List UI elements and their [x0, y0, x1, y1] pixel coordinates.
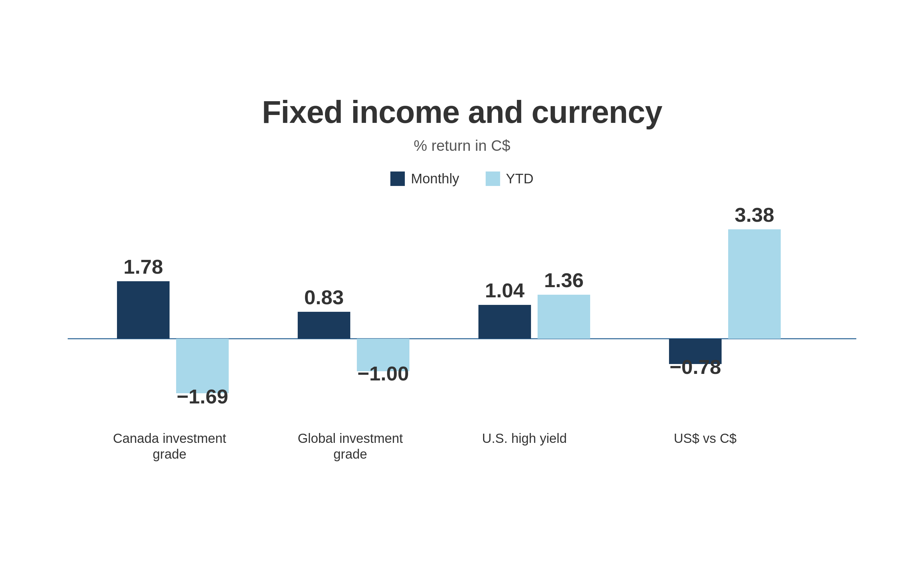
chart-subtitle: % return in C$	[68, 137, 856, 154]
label-canada-monthly: 1.78	[123, 255, 163, 278]
group-label-canada-1: Canada investment	[113, 431, 227, 446]
bar-chart: 1.78 −1.69 Canada investment grade 0.83 …	[68, 213, 856, 476]
bar-global-monthly	[298, 312, 350, 339]
chart-legend: Monthly YTD	[68, 171, 856, 187]
legend-monthly: Monthly	[390, 171, 459, 187]
label-usdcad-ytd: 3.38	[735, 204, 774, 226]
bar-canada-monthly	[117, 281, 170, 339]
label-global-ytd: −1.00	[358, 362, 409, 385]
legend-monthly-label: Monthly	[411, 171, 459, 187]
group-usd-vs-cad: −0.78 3.38 US$ vs C$	[669, 204, 781, 446]
label-global-monthly: 0.83	[304, 286, 344, 309]
legend-ytd-swatch	[486, 171, 500, 186]
group-label-ushighyield: U.S. high yield	[482, 431, 567, 446]
label-usdcad-monthly: −0.78	[669, 355, 721, 378]
label-ushighyield-monthly: 1.04	[485, 279, 525, 302]
group-label-global-2: grade	[333, 447, 367, 461]
chart-container: Fixed income and currency % return in C$…	[35, 74, 889, 497]
legend-monthly-swatch	[390, 171, 405, 186]
label-ushighyield-ytd: 1.36	[544, 269, 584, 292]
group-label-canada-2: grade	[153, 447, 186, 461]
chart-svg-wrapper: 1.78 −1.69 Canada investment grade 0.83 …	[68, 213, 856, 477]
group-canada-investment-grade: 1.78 −1.69 Canada investment grade	[113, 255, 229, 461]
group-label-usdcad: US$ vs C$	[674, 431, 736, 446]
group-label-global-1: Global investment	[298, 431, 403, 446]
bar-ushighyield-ytd	[538, 295, 590, 339]
bar-ushighyield-monthly	[478, 305, 531, 339]
legend-ytd-label: YTD	[506, 171, 534, 187]
chart-title: Fixed income and currency	[68, 94, 856, 130]
bar-usdcad-ytd	[728, 229, 781, 339]
group-global-investment-grade: 0.83 −1.00 Global investment grade	[298, 286, 409, 461]
legend-ytd: YTD	[486, 171, 534, 187]
group-us-high-yield: 1.04 1.36 U.S. high yield	[478, 269, 590, 446]
label-canada-ytd: −1.69	[177, 385, 228, 408]
